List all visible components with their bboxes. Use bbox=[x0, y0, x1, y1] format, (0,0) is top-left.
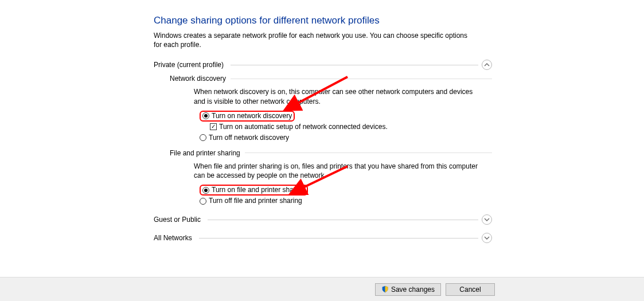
options-network-discovery: Turn on network discovery ✓ Turn on auto… bbox=[200, 111, 490, 143]
divider-line bbox=[245, 153, 492, 153]
radio-icon[interactable] bbox=[202, 187, 209, 194]
shield-icon bbox=[381, 286, 389, 293]
divider-line bbox=[231, 65, 478, 65]
radio-icon[interactable] bbox=[200, 134, 206, 141]
section-guest-header[interactable]: Guest or Public bbox=[154, 214, 492, 225]
chevron-down-icon[interactable] bbox=[482, 214, 492, 225]
section-private-header[interactable]: Private (current profile) bbox=[154, 60, 492, 70]
chevron-up-icon[interactable] bbox=[482, 60, 492, 70]
cancel-label: Cancel bbox=[459, 286, 481, 294]
radio-fp-off-label: Turn off file and printer sharing bbox=[209, 196, 302, 206]
chevron-down-icon[interactable] bbox=[482, 233, 492, 243]
save-changes-button[interactable]: Save changes bbox=[375, 283, 441, 296]
radio-fp-on-row[interactable]: Turn on file and printer sharing bbox=[200, 185, 490, 196]
section-guest-label: Guest or Public bbox=[154, 216, 204, 224]
checkbox-auto-setup-row[interactable]: ✓ Turn on automatic setup of network con… bbox=[210, 122, 490, 132]
divider-line bbox=[208, 220, 478, 220]
checkbox-auto-setup-label: Turn on automatic setup of network conne… bbox=[219, 122, 388, 132]
checkbox-icon[interactable]: ✓ bbox=[210, 123, 217, 130]
annotation-highlight-fp-on: Turn on file and printer sharing bbox=[200, 185, 308, 196]
desc-file-printer: When file and printer sharing is on, fil… bbox=[194, 162, 481, 180]
heading-file-printer-label: File and printer sharing bbox=[170, 149, 240, 157]
annotation-highlight-nd-on: Turn on network discovery bbox=[200, 111, 295, 122]
desc-network-discovery: When network discovery is on, this compu… bbox=[194, 87, 481, 105]
radio-nd-on-row[interactable]: Turn on network discovery bbox=[200, 111, 490, 122]
options-file-printer: Turn on file and printer sharing Turn of… bbox=[200, 185, 490, 206]
radio-nd-off-label: Turn off network discovery bbox=[209, 132, 289, 143]
section-private-label: Private (current profile) bbox=[154, 61, 227, 69]
heading-file-printer: File and printer sharing bbox=[170, 149, 492, 157]
divider-line bbox=[231, 79, 492, 79]
divider-line bbox=[199, 238, 478, 239]
heading-network-discovery: Network discovery bbox=[170, 75, 492, 83]
save-changes-label: Save changes bbox=[391, 286, 435, 294]
radio-nd-off-row[interactable]: Turn off network discovery bbox=[200, 132, 490, 143]
button-bar: Save changes Cancel bbox=[0, 277, 644, 301]
radio-fp-off-row[interactable]: Turn off file and printer sharing bbox=[200, 196, 490, 206]
radio-fp-on-label: Turn on file and printer sharing bbox=[212, 185, 305, 196]
section-all-label: All Networks bbox=[154, 234, 196, 242]
radio-nd-on-label: Turn on network discovery bbox=[212, 111, 292, 122]
radio-icon[interactable] bbox=[202, 112, 209, 119]
radio-icon[interactable] bbox=[200, 198, 206, 205]
page-description: Windows creates a separate network profi… bbox=[154, 31, 475, 49]
page-title: Change sharing options for different net… bbox=[154, 15, 490, 26]
section-all-header[interactable]: All Networks bbox=[154, 233, 492, 243]
heading-network-discovery-label: Network discovery bbox=[170, 75, 226, 83]
cancel-button[interactable]: Cancel bbox=[446, 283, 495, 296]
main-content: Change sharing options for different net… bbox=[0, 0, 490, 243]
